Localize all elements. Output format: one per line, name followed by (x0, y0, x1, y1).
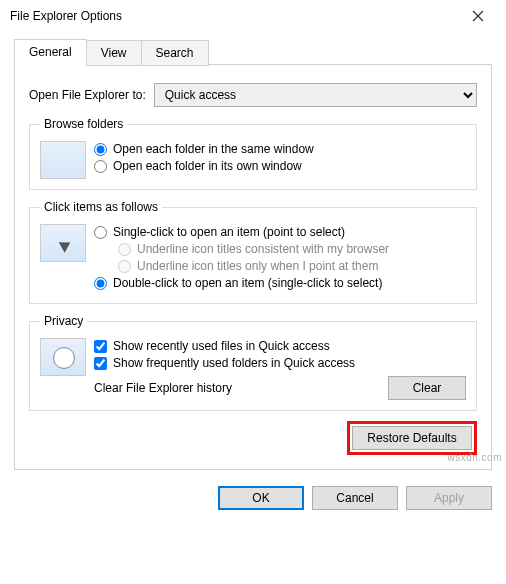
check-frequent-folders[interactable] (94, 357, 107, 370)
open-explorer-label: Open File Explorer to: (29, 88, 146, 102)
apply-button: Apply (406, 486, 492, 510)
titlebar: File Explorer Options (0, 0, 506, 32)
browse-folders-group: Browse folders Open each folder in the s… (29, 117, 477, 190)
open-explorer-row: Open File Explorer to: Quick access (29, 83, 477, 107)
client-area: General View Search Open File Explorer t… (0, 32, 506, 480)
restore-defaults-button[interactable]: Restore Defaults (352, 426, 472, 450)
click-items-group: Click items as follows Single-click to o… (29, 200, 477, 304)
privacy-legend: Privacy (40, 314, 87, 328)
radio-own-window[interactable] (94, 160, 107, 173)
privacy-group: Privacy Show recently used files in Quic… (29, 314, 477, 411)
radio-underline-point-row: Underline icon titles only when I point … (118, 259, 466, 273)
radio-same-window[interactable] (94, 143, 107, 156)
tab-panel-general: Open File Explorer to: Quick access Brow… (14, 64, 492, 470)
ok-button[interactable]: OK (218, 486, 304, 510)
tab-search[interactable]: Search (141, 40, 209, 66)
radio-double-click[interactable] (94, 277, 107, 290)
tab-strip: General View Search (14, 39, 492, 65)
folder-icon (40, 141, 86, 179)
check-recent-files-row: Show recently used files in Quick access (94, 339, 466, 353)
browse-folders-legend: Browse folders (40, 117, 127, 131)
dialog-footer: OK Cancel Apply (0, 480, 506, 520)
clear-button[interactable]: Clear (388, 376, 466, 400)
radio-double-click-row: Double-click to open an item (single-cli… (94, 276, 466, 290)
radio-single-click[interactable] (94, 226, 107, 239)
radio-underline-browser-label: Underline icon titles consistent with my… (137, 242, 389, 256)
check-frequent-folders-row: Show frequently used folders in Quick ac… (94, 356, 466, 370)
radio-double-click-label: Double-click to open an item (single-cli… (113, 276, 382, 290)
click-items-legend: Click items as follows (40, 200, 162, 214)
watermark-text: wsxdn.com (447, 452, 502, 463)
radio-single-click-row: Single-click to open an item (point to s… (94, 225, 466, 239)
radio-underline-point-label: Underline icon titles only when I point … (137, 259, 378, 273)
radio-own-window-label: Open each folder in its own window (113, 159, 302, 173)
radio-own-window-row: Open each folder in its own window (94, 159, 466, 173)
check-recent-files-label: Show recently used files in Quick access (113, 339, 330, 353)
close-icon (472, 10, 484, 22)
tab-view[interactable]: View (86, 40, 142, 66)
window-title: File Explorer Options (10, 9, 458, 23)
tab-general[interactable]: General (14, 39, 87, 65)
radio-same-window-label: Open each folder in the same window (113, 142, 314, 156)
clear-history-label: Clear File Explorer history (94, 381, 388, 395)
radio-single-click-label: Single-click to open an item (point to s… (113, 225, 345, 239)
check-frequent-folders-label: Show frequently used folders in Quick ac… (113, 356, 355, 370)
radio-underline-browser (118, 243, 131, 256)
check-recent-files[interactable] (94, 340, 107, 353)
radio-underline-point (118, 260, 131, 273)
close-button[interactable] (458, 2, 498, 30)
radio-same-window-row: Open each folder in the same window (94, 142, 466, 156)
cancel-button[interactable]: Cancel (312, 486, 398, 510)
clear-history-row: Clear File Explorer history Clear (94, 376, 466, 400)
cursor-icon (40, 224, 86, 262)
clock-icon (40, 338, 86, 376)
restore-highlight: Restore Defaults (347, 421, 477, 455)
restore-row: Restore Defaults (29, 421, 477, 455)
open-explorer-dropdown[interactable]: Quick access (154, 83, 477, 107)
radio-underline-browser-row: Underline icon titles consistent with my… (118, 242, 466, 256)
